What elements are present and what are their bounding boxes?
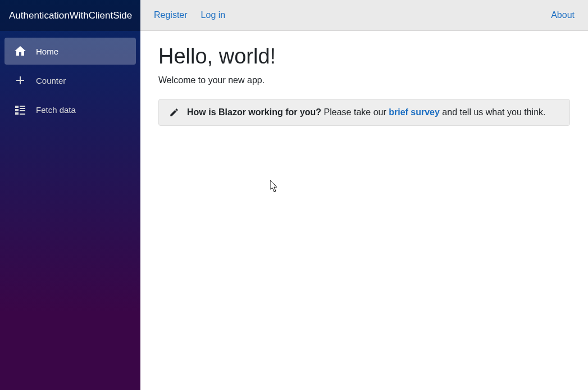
sidebar-brand[interactable]: AuthenticationWithClientSide — [0, 0, 140, 31]
top-row-right: About — [551, 10, 575, 20]
survey-link[interactable]: brief survey — [389, 107, 440, 117]
page-content: Hello, world! Welcome to your new app. H… — [140, 31, 588, 139]
about-link[interactable]: About — [551, 10, 575, 20]
welcome-text: Welcome to your new app. — [158, 75, 570, 85]
home-icon — [13, 44, 27, 58]
survey-suffix: and tell us what you think. — [440, 107, 546, 117]
sidebar-item-fetch-data[interactable]: Fetch data — [4, 96, 136, 123]
survey-question: How is Blazor working for you? — [187, 107, 321, 117]
sidebar-nav: Home Counter Fetch data — [0, 31, 140, 130]
survey-text: How is Blazor working for you? Please ta… — [187, 107, 545, 117]
main-area: Register Log in About Hello, world! Welc… — [140, 0, 588, 390]
sidebar-item-home[interactable]: Home — [4, 38, 136, 65]
sidebar-item-label: Counter — [36, 76, 66, 85]
survey-prefix: Please take our — [321, 107, 389, 117]
pencil-icon — [169, 107, 179, 117]
page-heading: Hello, world! — [158, 44, 570, 69]
register-link[interactable]: Register — [154, 10, 188, 20]
sidebar-item-label: Home — [36, 47, 58, 56]
survey-prompt: How is Blazor working for you? Please ta… — [158, 99, 570, 126]
sidebar-item-label: Fetch data — [36, 105, 76, 115]
sidebar: AuthenticationWithClientSide Home Counte… — [0, 0, 140, 390]
list-icon — [13, 103, 27, 116]
top-row: Register Log in About — [140, 0, 588, 31]
login-link[interactable]: Log in — [201, 10, 226, 20]
plus-icon — [13, 74, 27, 87]
sidebar-item-counter[interactable]: Counter — [4, 67, 136, 94]
top-row-left: Register Log in — [154, 10, 225, 20]
